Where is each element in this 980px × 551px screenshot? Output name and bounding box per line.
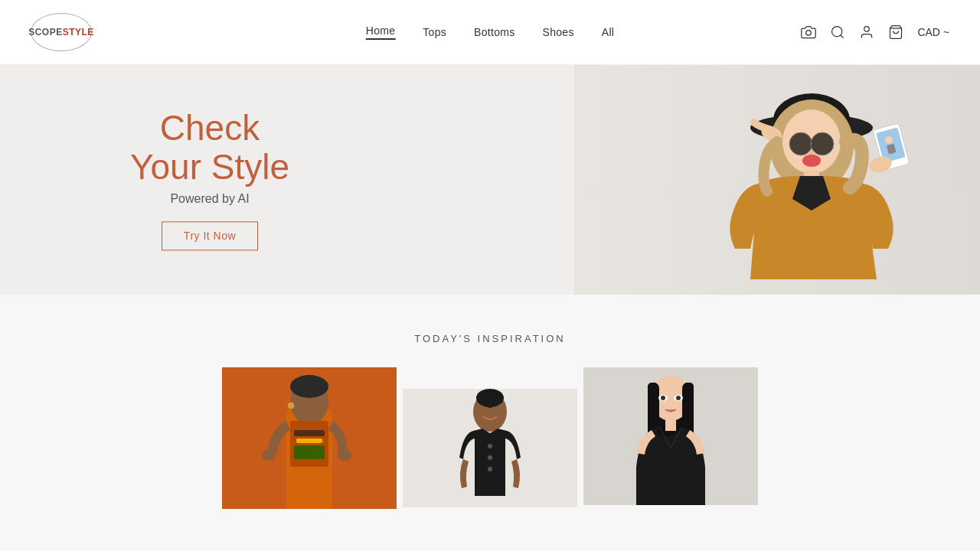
svg-rect-28	[290, 421, 328, 467]
svg-point-26	[290, 375, 328, 398]
svg-rect-50	[665, 419, 676, 431]
product-card-1[interactable]	[222, 367, 397, 509]
nav-tops[interactable]: Tops	[423, 26, 446, 38]
svg-point-33	[338, 450, 351, 461]
logo[interactable]: SCOPESTYLE	[31, 13, 92, 51]
site-header: SCOPESTYLE Home Tops Bottoms Shoes All	[0, 0, 980, 65]
svg-point-27	[288, 403, 294, 409]
account-button[interactable]	[859, 24, 874, 40]
product-grid	[15, 367, 965, 509]
logo-text-style: STYLE	[63, 27, 94, 37]
svg-point-0	[806, 31, 812, 36]
svg-point-39	[488, 455, 492, 460]
svg-point-49	[676, 396, 681, 400]
header-icons: CAD ~	[801, 24, 949, 40]
svg-point-1	[832, 27, 842, 37]
bag-icon	[888, 24, 903, 40]
svg-point-48	[661, 396, 665, 400]
camera-icon	[801, 24, 816, 40]
hero-title: Check Your Style	[130, 109, 289, 186]
camera-button[interactable]	[801, 24, 816, 40]
svg-point-15	[802, 155, 821, 167]
svg-point-32	[262, 450, 276, 461]
svg-point-40	[488, 467, 492, 471]
cart-button[interactable]	[888, 24, 903, 40]
nav-home[interactable]: Home	[366, 24, 396, 40]
hero-text-block: Check Your Style Powered by AI Try It No…	[130, 109, 289, 250]
svg-rect-29	[294, 430, 325, 436]
hero-subtitle: Powered by AI	[130, 193, 289, 207]
svg-rect-30	[296, 439, 322, 443]
search-icon	[830, 24, 845, 40]
svg-line-2	[841, 35, 844, 38]
search-button[interactable]	[830, 24, 845, 40]
section-title: TODAY'S INSPIRATION	[15, 333, 965, 344]
main-nav: Home Tops Bottoms Shoes All	[366, 24, 614, 40]
svg-rect-31	[294, 445, 325, 459]
hero-left-bg	[0, 65, 8, 295]
product-image-3	[583, 367, 758, 505]
hero-cta-button[interactable]: Try It Now	[162, 222, 258, 251]
product-image-1	[222, 367, 397, 509]
user-icon	[859, 24, 874, 40]
inspiration-section: TODAY'S INSPIRATION	[0, 295, 980, 524]
currency-label: CAD ~	[917, 26, 949, 38]
hero-image	[574, 65, 980, 295]
hero-banner: Check Your Style Powered by AI Try It No…	[0, 65, 980, 295]
svg-point-38	[488, 444, 492, 448]
logo-mark[interactable]: SCOPESTYLE	[31, 13, 92, 51]
hero-content: Check Your Style Powered by AI Try It No…	[8, 65, 574, 295]
nav-all[interactable]: All	[602, 26, 614, 38]
logo-text-scope: SCOPE	[28, 27, 63, 37]
product-card-3[interactable]	[583, 367, 758, 505]
currency-selector[interactable]: CAD ~	[917, 26, 949, 38]
nav-shoes[interactable]: Shoes	[543, 26, 574, 38]
nav-bottoms[interactable]: Bottoms	[474, 26, 514, 38]
hero-model-illustration	[574, 65, 980, 295]
product-image-2	[403, 389, 577, 507]
product-card-2[interactable]	[403, 389, 577, 507]
svg-rect-37	[487, 393, 493, 408]
svg-point-3	[864, 27, 870, 32]
